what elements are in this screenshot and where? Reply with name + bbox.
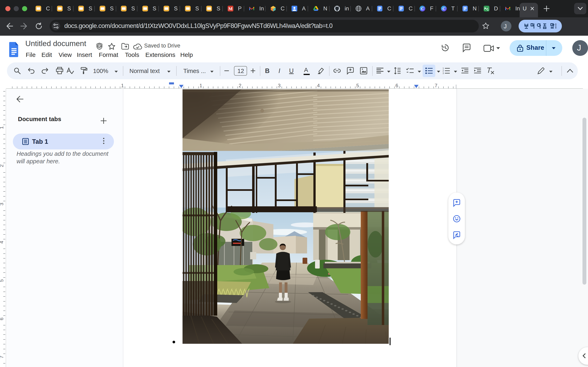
svg-text:C: C bbox=[442, 7, 445, 11]
svg-text:1: 1 bbox=[443, 67, 444, 69]
svg-text:2: 2 bbox=[443, 70, 444, 72]
svg-text:M: M bbox=[228, 6, 233, 11]
svg-text:C: C bbox=[421, 7, 424, 11]
svg-text:3: 3 bbox=[443, 72, 444, 74]
